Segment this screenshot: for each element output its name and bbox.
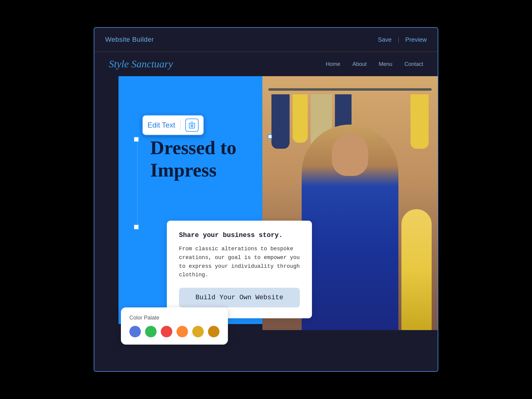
site-nav-links: Home About Menu Contact — [326, 61, 423, 67]
toolbar-actions: Save | Preview — [378, 36, 427, 43]
color-palette-panel: Color Palate — [121, 307, 228, 345]
color-swatches — [129, 326, 219, 337]
main-container: Website Builder Save | Preview Style San… — [94, 27, 438, 372]
trash-icon — [189, 122, 195, 129]
website-preview: Style Sanctuary Home About Menu Contact — [94, 52, 438, 371]
swatch-gold[interactable] — [192, 326, 204, 337]
delete-text-button[interactable] — [185, 118, 199, 132]
toolbar-divider: | — [398, 36, 399, 43]
site-logo: Style Sanctuary — [109, 58, 173, 70]
hero-section: Edit Text Dressed to Impress — [94, 76, 438, 371]
edit-text-divider — [180, 120, 180, 131]
selection-handle-bottom-left[interactable] — [134, 224, 139, 230]
swatch-blue[interactable] — [129, 326, 141, 337]
selection-handle-top-right[interactable] — [268, 135, 272, 139]
dress-item-1 — [271, 94, 290, 149]
selection-vertical-line — [137, 137, 138, 230]
dress-item-2 — [293, 94, 308, 143]
nav-home[interactable]: Home — [326, 61, 340, 67]
nav-about[interactable]: About — [352, 61, 367, 67]
cta-button[interactable]: Build Your Own Website — [179, 288, 300, 307]
swatch-red[interactable] — [161, 326, 172, 337]
color-palette-label: Color Palate — [129, 315, 219, 321]
info-card: Share your business story. From classic … — [167, 221, 312, 318]
info-card-title: Share your business story. — [179, 232, 300, 239]
mannequin-figure — [401, 209, 432, 330]
swatch-green[interactable] — [145, 326, 157, 337]
nav-contact[interactable]: Contact — [404, 61, 423, 67]
swatch-orange[interactable] — [177, 326, 188, 337]
hero-headline: Dressed to Impress — [150, 137, 271, 181]
selection-handle-top-left[interactable] — [134, 137, 139, 142]
woman-head — [332, 134, 368, 176]
save-button[interactable]: Save — [378, 36, 392, 43]
edit-text-toolbar: Edit Text — [142, 115, 204, 135]
toolbar: Website Builder Save | Preview — [94, 28, 438, 52]
info-card-body: From classic alterations to bespoke crea… — [179, 245, 300, 279]
dress-item-5 — [410, 94, 429, 149]
nav-menu[interactable]: Menu — [379, 61, 392, 67]
clothing-rack-bar — [268, 88, 432, 91]
swatch-amber[interactable] — [208, 326, 219, 337]
woman-figure — [302, 125, 398, 330]
edit-text-label[interactable]: Edit Text — [148, 121, 175, 129]
preview-button[interactable]: Preview — [405, 36, 427, 43]
toolbar-brand: Website Builder — [105, 36, 154, 44]
site-nav: Style Sanctuary Home About Menu Contact — [94, 52, 438, 76]
